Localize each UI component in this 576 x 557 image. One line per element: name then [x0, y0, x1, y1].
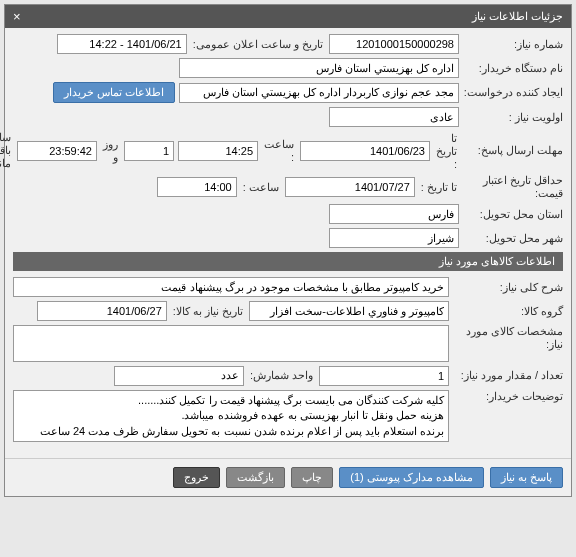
- product-group-input[interactable]: [249, 301, 449, 321]
- details-window: جزئیات اطلاعات نیاز × شماره نیاز: تاریخ …: [4, 4, 572, 497]
- quantity-label: تعداد / مقدار مورد نیاز:: [453, 369, 563, 382]
- validity-time-input[interactable]: [157, 177, 237, 197]
- time-label-2: ساعت :: [243, 181, 279, 194]
- specs-input[interactable]: [13, 325, 449, 362]
- footer-buttons: پاسخ به نیاز مشاهده مدارک پیوستی (1) چاپ…: [5, 458, 571, 496]
- back-button[interactable]: بازگشت: [226, 467, 285, 488]
- response-date-input[interactable]: [300, 141, 430, 161]
- specs-label: مشخصات کالای مورد نیاز:: [453, 325, 563, 351]
- to-date-label-2: تا تاریخ :: [421, 181, 457, 194]
- buyer-org-input[interactable]: [179, 58, 459, 78]
- delivery-city-input[interactable]: [329, 228, 459, 248]
- attachments-button[interactable]: مشاهده مدارک پیوستی (1): [339, 467, 484, 488]
- need-number-label: شماره نیاز:: [463, 38, 563, 51]
- close-icon[interactable]: ×: [13, 9, 21, 24]
- unit-label: واحد شمارش:: [250, 369, 313, 382]
- min-validity-label: حداقل تاریخ اعتبار قیمت:: [463, 174, 563, 200]
- contact-buyer-button[interactable]: اطلاعات تماس خریدار: [53, 82, 175, 103]
- priority-label: اولویت نیاز :: [463, 111, 563, 124]
- quantity-input[interactable]: [319, 366, 449, 386]
- priority-input[interactable]: [329, 107, 459, 127]
- description-label: شرح کلی نیاز:: [453, 281, 563, 294]
- title-bar: جزئیات اطلاعات نیاز ×: [5, 5, 571, 28]
- requester-label: ایجاد کننده درخواست:: [463, 86, 563, 99]
- days-and-label: روز و: [103, 138, 118, 164]
- description-input[interactable]: [13, 277, 449, 297]
- remaining-label: ساعت باقی مانده: [0, 131, 11, 170]
- print-button[interactable]: چاپ: [291, 467, 333, 488]
- exit-button[interactable]: خروج: [173, 467, 220, 488]
- days-count-input[interactable]: [124, 141, 174, 161]
- buyer-org-label: نام دستگاه خریدار:: [463, 62, 563, 75]
- response-time-input[interactable]: [178, 141, 258, 161]
- requester-input[interactable]: [179, 83, 459, 103]
- delivery-province-input[interactable]: [329, 204, 459, 224]
- response-deadline-label: مهلت ارسال پاسخ:: [463, 144, 563, 157]
- unit-input[interactable]: [114, 366, 244, 386]
- product-group-label: گروه کالا:: [453, 305, 563, 318]
- need-date-label: تاریخ نیاز به کالا:: [173, 305, 243, 318]
- items-section-header: اطلاعات کالاهای مورد نیاز: [13, 252, 563, 271]
- content-area: شماره نیاز: تاریخ و ساعت اعلان عمومی: نا…: [5, 28, 571, 452]
- window-title: جزئیات اطلاعات نیاز: [472, 10, 563, 23]
- delivery-city-label: شهر محل تحویل:: [463, 232, 563, 245]
- need-number-input[interactable]: [329, 34, 459, 54]
- delivery-province-label: استان محل تحویل:: [463, 208, 563, 221]
- respond-button[interactable]: پاسخ به نیاز: [490, 467, 563, 488]
- announce-datetime-label: تاریخ و ساعت اعلان عمومی:: [193, 38, 323, 51]
- announce-datetime-input[interactable]: [57, 34, 187, 54]
- to-date-label: تا تاریخ :: [436, 132, 457, 170]
- buyer-notes-input[interactable]: [13, 390, 449, 442]
- need-date-input[interactable]: [37, 301, 167, 321]
- remaining-time-input[interactable]: [17, 141, 97, 161]
- validity-date-input[interactable]: [285, 177, 415, 197]
- time-label-1: ساعت :: [264, 138, 294, 163]
- buyer-notes-label: توضیحات خریدار:: [453, 390, 563, 403]
